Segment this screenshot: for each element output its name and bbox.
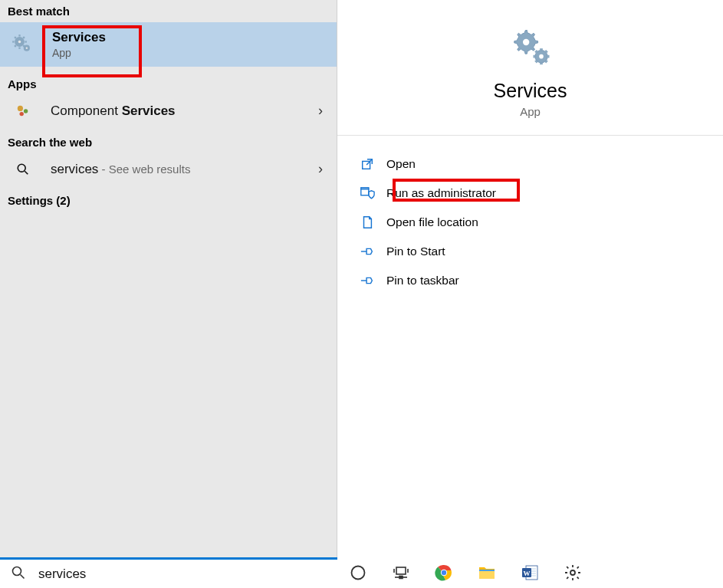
svg-point-26 bbox=[522, 39, 528, 45]
svg-line-6 bbox=[15, 37, 16, 38]
web-header: Search the web bbox=[0, 131, 337, 153]
file-explorer-icon[interactable] bbox=[475, 561, 498, 584]
svg-rect-31 bbox=[361, 188, 369, 189]
shield-admin-icon bbox=[359, 185, 376, 202]
action-open-loc-label: Open file location bbox=[386, 215, 478, 229]
detail-pane: Services App Open bbox=[337, 0, 723, 557]
word-icon[interactable]: W bbox=[518, 561, 541, 584]
action-pin-to-start[interactable]: Pin to Start bbox=[353, 237, 708, 266]
svg-line-9 bbox=[15, 45, 16, 47]
best-match-result-services[interactable]: Services App bbox=[0, 22, 337, 67]
svg-line-16 bbox=[25, 171, 28, 174]
svg-rect-48 bbox=[479, 570, 495, 571]
action-open-label: Open bbox=[386, 157, 416, 171]
services-gears-icon-large bbox=[509, 26, 552, 69]
svg-point-12 bbox=[18, 105, 23, 110]
svg-line-22 bbox=[535, 51, 537, 52]
svg-line-29 bbox=[366, 159, 372, 165]
action-pin-taskbar-label: Pin to taskbar bbox=[386, 274, 459, 287]
svg-marker-35 bbox=[366, 278, 372, 283]
search-bar[interactable] bbox=[0, 557, 337, 588]
best-match-subtitle: App bbox=[52, 47, 106, 59]
services-gears-icon bbox=[11, 33, 34, 56]
svg-point-46 bbox=[442, 570, 446, 575]
detail-subtitle: App bbox=[337, 105, 723, 118]
svg-point-27 bbox=[539, 54, 544, 59]
action-run-as-administrator[interactable]: Run as administrator bbox=[353, 179, 708, 208]
pin-start-icon bbox=[359, 243, 376, 260]
cortana-circle-icon[interactable] bbox=[347, 561, 370, 584]
action-open[interactable]: Open bbox=[353, 149, 708, 179]
apps-header: Apps bbox=[0, 73, 337, 95]
settings-gear-icon[interactable] bbox=[561, 561, 584, 584]
svg-point-38 bbox=[352, 567, 365, 580]
detail-title: Services bbox=[337, 80, 723, 102]
search-icon bbox=[14, 163, 32, 176]
action-open-file-location[interactable]: Open file location bbox=[353, 208, 708, 237]
search-input[interactable] bbox=[37, 566, 327, 583]
apps-result-label: Component Services bbox=[51, 103, 318, 119]
action-run-admin-label: Run as administrator bbox=[386, 186, 496, 200]
action-pin-to-taskbar[interactable]: Pin to taskbar bbox=[353, 266, 708, 295]
chrome-icon[interactable] bbox=[432, 561, 455, 584]
open-icon bbox=[359, 156, 376, 172]
web-result-label: services - See web results bbox=[51, 162, 318, 177]
search-icon bbox=[11, 565, 26, 583]
svg-point-10 bbox=[18, 41, 21, 44]
svg-point-56 bbox=[570, 570, 575, 575]
apps-result-component-services[interactable]: Component Services › bbox=[0, 95, 337, 126]
svg-point-13 bbox=[24, 109, 28, 113]
svg-rect-43 bbox=[399, 577, 403, 579]
settings-header[interactable]: Settings (2) bbox=[0, 189, 337, 212]
svg-point-14 bbox=[20, 111, 24, 115]
svg-rect-39 bbox=[396, 567, 406, 574]
svg-point-15 bbox=[18, 164, 25, 172]
svg-point-36 bbox=[13, 567, 21, 575]
svg-point-11 bbox=[26, 48, 28, 49]
chevron-right-icon: › bbox=[318, 103, 323, 119]
svg-line-24 bbox=[545, 51, 547, 52]
file-location-icon bbox=[359, 214, 376, 231]
svg-marker-33 bbox=[366, 248, 372, 254]
search-results-pane: Best match bbox=[0, 0, 337, 557]
web-result-services[interactable]: services - See web results › bbox=[0, 153, 337, 185]
svg-line-23 bbox=[545, 61, 547, 63]
svg-rect-30 bbox=[361, 189, 369, 195]
svg-line-37 bbox=[21, 574, 25, 578]
taskbar: W bbox=[337, 557, 723, 588]
svg-line-8 bbox=[23, 37, 25, 38]
task-view-icon[interactable] bbox=[389, 561, 412, 584]
best-match-header: Best match bbox=[0, 0, 337, 22]
pin-taskbar-icon bbox=[359, 272, 376, 289]
component-services-icon bbox=[14, 104, 32, 118]
chevron-right-icon: › bbox=[318, 161, 323, 177]
svg-line-7 bbox=[23, 45, 25, 47]
svg-text:W: W bbox=[524, 570, 531, 577]
best-match-title: Services bbox=[52, 30, 106, 45]
action-pin-start-label: Pin to Start bbox=[386, 245, 445, 258]
svg-line-25 bbox=[535, 61, 537, 63]
